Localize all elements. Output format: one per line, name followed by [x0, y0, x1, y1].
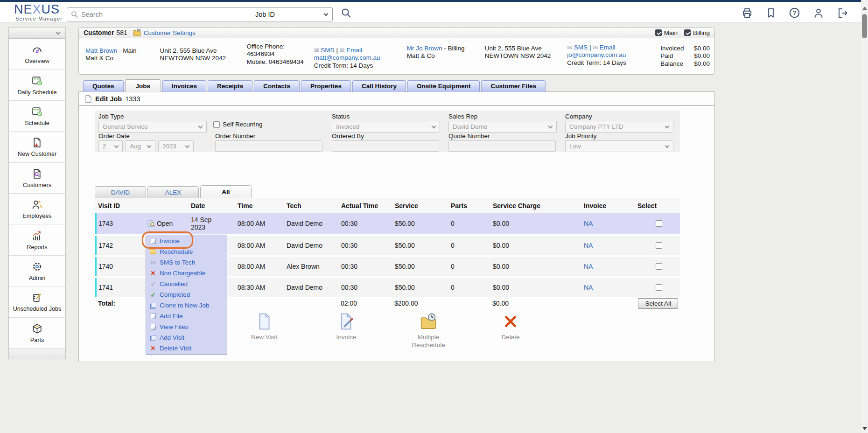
invoice-link[interactable]: NA [584, 284, 593, 291]
menu-item-sms-to-tech[interactable]: SMS to Tech [146, 257, 227, 268]
tab-invoices[interactable]: Invoices [162, 80, 206, 92]
chevron-down-icon [665, 143, 670, 148]
menu-item-add-file[interactable]: Add File [146, 311, 227, 321]
visit-row-1743[interactable]: 1743 Open 14 Sep 2023 08:00 AM David Dem… [95, 213, 680, 234]
sidebar-item-reports[interactable]: Reports [9, 224, 65, 255]
customer-settings-link[interactable]: Customer Settings [144, 29, 196, 36]
bookmark-icon[interactable] [764, 7, 777, 19]
logout-icon[interactable] [836, 7, 848, 19]
multiple-reschedule-button[interactable]: Multiple Reschedule [400, 312, 456, 349]
sidebar-item-employees[interactable]: Employees [9, 194, 65, 224]
email-address-link[interactable]: jo@company.com.au [567, 51, 626, 58]
visit-tech: David Demo [286, 284, 341, 291]
order-date-month-select[interactable]: Aug [126, 140, 155, 152]
main-checkbox[interactable]: Main [655, 29, 678, 36]
menu-item-view-files[interactable]: View Files [146, 321, 227, 332]
gauge-icon [31, 43, 43, 56]
company-select[interactable]: Company PTY LTD [565, 121, 673, 133]
tab-jobs[interactable]: Jobs [125, 79, 161, 92]
email-link[interactable]: Email [346, 47, 362, 54]
user-icon[interactable] [812, 7, 825, 19]
menu-item-cancelled[interactable]: Cancelled [146, 279, 227, 289]
row-select-checkbox[interactable] [656, 284, 662, 291]
tech-tab-alex[interactable]: ALEX [147, 186, 199, 198]
invoice-link[interactable]: NA [584, 242, 593, 249]
menu-item-reschedule[interactable]: Reschedule [146, 246, 227, 257]
scroll-up-arrow[interactable] [862, 7, 867, 10]
tab-customer-files[interactable]: Customer Files [481, 80, 546, 92]
tech-tab-bar: DAVID ALEX All [95, 185, 252, 198]
sms-link[interactable]: SMS [574, 44, 588, 51]
job-priority-select[interactable]: Low [565, 140, 673, 152]
tab-quotes[interactable]: Quotes [83, 80, 124, 92]
tab-receipts[interactable]: Receipts [208, 80, 252, 92]
self-recurring-checkbox[interactable]: Self Recurring [213, 121, 263, 128]
tech-tab-david[interactable]: DAVID [95, 186, 146, 198]
menu-item-delete-visit[interactable]: Delete Visit [146, 343, 227, 354]
main-contact-link[interactable]: Matt Brown [85, 47, 117, 54]
scroll-thumb[interactable] [862, 14, 867, 38]
email-address-link[interactable]: matt@company.com.au [314, 54, 380, 61]
sidebar-item-customers[interactable]: Customers [9, 163, 65, 194]
billing-contact-link[interactable]: Mr Jo Brown [407, 45, 442, 52]
sidebar-collapse-header[interactable] [9, 28, 65, 39]
status-select[interactable]: Invoiced [332, 121, 440, 133]
sidebar-item-parts[interactable]: Parts [9, 318, 65, 349]
delete-button[interactable]: Delete [483, 312, 539, 349]
search-input[interactable] [81, 11, 232, 18]
ordered-by-input[interactable] [332, 140, 439, 152]
menu-item-clone-to-new-job[interactable]: Clone to New Job [146, 300, 227, 311]
scroll-down-arrow[interactable] [862, 427, 867, 430]
order-date-day-select[interactable]: 2 [98, 140, 123, 152]
company-label: Company [565, 113, 682, 120]
invoice-button[interactable]: Invoice [318, 312, 374, 349]
quote-number-input[interactable] [448, 140, 556, 152]
invoice-link[interactable]: NA [584, 220, 593, 227]
search-category-select[interactable]: Job ID [232, 8, 332, 21]
row-select-checkbox[interactable] [656, 242, 662, 249]
customer-settings-icon[interactable] [133, 29, 141, 36]
vertical-scrollbar[interactable] [861, 0, 868, 433]
job-type-select[interactable]: General Service [98, 121, 207, 133]
order-date-year-select[interactable]: 2023 [158, 140, 194, 152]
red-x-icon [501, 312, 520, 331]
tab-call-history[interactable]: Call History [352, 80, 406, 92]
email-link[interactable]: Email [600, 44, 616, 51]
tab-onsite-equipment[interactable]: Onsite Equipment [407, 80, 480, 92]
sidebar-item-daily-schedule[interactable]: Daily Schedule [9, 70, 65, 100]
search-submit-icon[interactable] [340, 7, 353, 20]
sidebar-item-schedule[interactable]: Schedule [9, 101, 65, 132]
sidebar-item-new-customer[interactable]: New Customer [9, 132, 65, 162]
column-header-visit-id: Visit ID [95, 202, 147, 210]
menu-item-completed[interactable]: Completed [146, 289, 227, 300]
menu-item-add-visit[interactable]: Add Visit [146, 332, 227, 343]
help-icon[interactable]: ? [788, 7, 801, 19]
printer-icon[interactable] [741, 7, 753, 19]
billing-contact-name-block: Mr Jo Brown - Billing Matt & Co [407, 40, 485, 70]
select-all-button[interactable]: Select All [638, 298, 678, 309]
order-number-input[interactable] [215, 140, 322, 152]
tab-properties[interactable]: Properties [301, 80, 351, 92]
sales-rep-select[interactable]: David Demo [448, 121, 557, 133]
column-header-invoice: Invoice [583, 202, 637, 210]
sms-link[interactable]: SMS [321, 47, 334, 54]
visit-time: 08:00 AM [237, 263, 286, 270]
visit-status[interactable]: Open [147, 220, 190, 227]
invoice-link[interactable]: NA [584, 263, 593, 270]
gear-icon [31, 260, 43, 273]
billing-checkbox[interactable]: Billing [684, 29, 710, 36]
sidebar-item-admin[interactable]: Admin [9, 256, 65, 286]
row-select-checkbox[interactable] [656, 263, 662, 270]
tech-tab-all[interactable]: All [200, 185, 252, 198]
new-visit-button[interactable]: New Visit [236, 312, 292, 349]
tab-contacts[interactable]: Contacts [254, 80, 300, 92]
menu-item-non-chargeable[interactable]: Non Chargeable [146, 268, 227, 279]
sidebar-item-unscheduled-jobs[interactable]: Unscheduled Jobs [9, 286, 65, 317]
visit-id: 1743 [95, 220, 147, 227]
nexus-logo[interactable]: NEXUS Service Manager [14, 3, 63, 21]
column-header-service-charge: Service Charge [492, 202, 583, 210]
row-select-checkbox[interactable] [656, 220, 662, 227]
visit-id: 1742 [95, 242, 147, 249]
menu-item-invoice[interactable]: Invoice [146, 236, 227, 246]
sidebar-item-overview[interactable]: Overview [9, 39, 65, 70]
